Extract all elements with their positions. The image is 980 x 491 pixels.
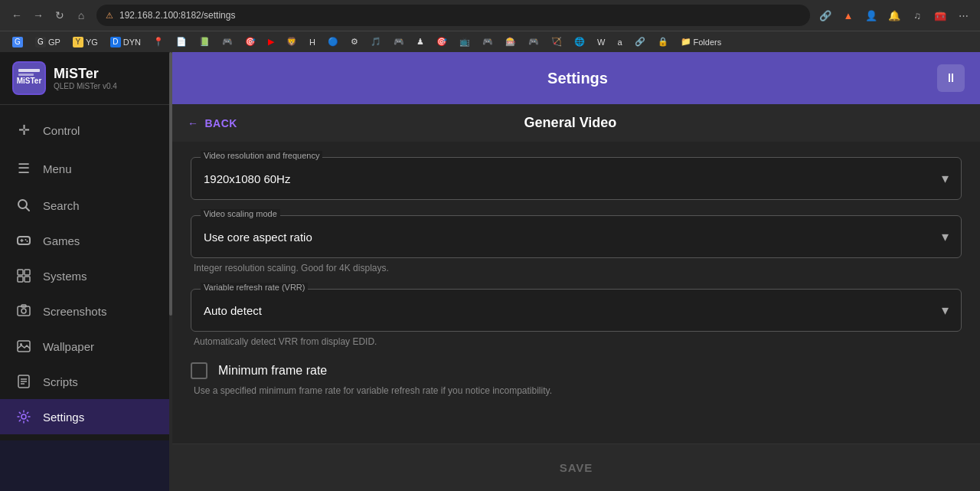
address-text: 192.168.2.100:8182/settings <box>119 10 801 21</box>
sidebar-scrollbar <box>169 52 172 491</box>
logo-text-container: MiSTer QLED MiSTer v0.4 <box>54 66 117 90</box>
bookmark-icon-maps: 📍 <box>153 37 164 47</box>
bookmark-target[interactable]: 🎯 <box>240 35 260 48</box>
bookmarks-bar: G G GP Y YG D DYN 📍 📄 📗 🎮 🎯 ▶ 🦁 H 🔵 ⚙ 🎵 … <box>0 31 980 52</box>
min-frame-rate-group: Minimum frame rate Use a specified minim… <box>191 362 962 396</box>
bookmark-link[interactable]: 🔗 <box>630 35 650 48</box>
sidebar-item-search[interactable]: Search <box>0 188 172 223</box>
search-icon <box>15 198 32 212</box>
sidebar-item-settings[interactable]: Settings <box>0 399 172 434</box>
logo-subtitle: QLED MiSTer v0.4 <box>54 82 117 90</box>
bookmark-icon-red: 🎯 <box>436 37 447 47</box>
bookmark-globe[interactable]: 🌐 <box>570 35 590 48</box>
back-button[interactable]: ← BACK <box>188 117 237 129</box>
systems-icon <box>15 269 32 283</box>
profile-button[interactable]: 👤 <box>862 6 880 25</box>
bookmark-dyn[interactable]: D DYN <box>106 35 145 49</box>
back-arrow-icon: ← <box>188 117 199 129</box>
sidebar-item-games[interactable]: Games <box>0 223 172 258</box>
bookmark-icon-amazon: a <box>617 38 622 47</box>
bookmark-brave2[interactable]: 🦁 <box>282 35 302 48</box>
bookmark-amazon[interactable]: a <box>612 36 626 48</box>
sidebar-item-wallpaper[interactable]: Wallpaper <box>0 329 172 364</box>
bookmark-g[interactable]: G <box>8 35 28 49</box>
save-button[interactable]: SAVE <box>529 455 624 480</box>
bookmark-game5[interactable]: 🏹 <box>547 35 567 48</box>
bookmark-icon-brave2: 🦁 <box>286 37 297 47</box>
bookmark-gear[interactable]: ⚙ <box>346 35 363 48</box>
bookmark-label-dyn: DYN <box>123 38 141 47</box>
min-frame-rate-label: Minimum frame rate <box>218 364 327 378</box>
bookmark-sheets[interactable]: 📗 <box>194 35 214 48</box>
vrr-value[interactable]: Auto detect ▾ <box>191 290 961 331</box>
sidebar-item-control[interactable]: ✛ Control <box>0 111 172 149</box>
bookmark-tv[interactable]: 📺 <box>455 35 475 48</box>
bookmark-icon-sheets: 📗 <box>199 37 210 47</box>
vrr-group: Variable refresh rate (VRR) Auto detect … <box>191 289 962 347</box>
video-scaling-value[interactable]: Use core aspect ratio ▾ <box>191 216 961 257</box>
sidebar-item-menu[interactable]: ☰ Menu <box>0 149 172 188</box>
sidebar-label-games: Games <box>43 234 80 247</box>
bookmark-lock[interactable]: 🔒 <box>653 35 673 48</box>
pause-button[interactable]: ⏸ <box>937 64 965 92</box>
video-scaling-select[interactable]: Video scaling mode Use core aspect ratio… <box>191 215 962 258</box>
vrr-select[interactable]: Variable refresh rate (VRR) Auto detect … <box>191 289 962 332</box>
extension-button[interactable]: 🧰 <box>931 6 949 25</box>
sidebar-label-scripts: Scripts <box>43 375 78 388</box>
main-content: Settings ⏸ ← BACK General Video <box>172 52 980 491</box>
dropdown-arrow-scaling-icon: ▾ <box>942 228 949 245</box>
svg-point-19 <box>20 343 22 345</box>
sidebar-item-systems[interactable]: Systems <box>0 258 172 293</box>
bookmark-youtube[interactable]: ▶ <box>263 35 279 48</box>
browser-actions: 🔗 ▲ 👤 🔔 ♫ 🧰 ⋯ <box>816 6 972 25</box>
home-button[interactable]: ⌂ <box>72 6 90 25</box>
min-frame-rate-checkbox[interactable] <box>191 362 207 379</box>
page-title: General Video <box>237 115 903 131</box>
sidebar-item-screenshots[interactable]: Screenshots <box>0 293 172 329</box>
menu-button[interactable]: ⋯ <box>954 6 972 25</box>
bookmark-docs[interactable]: 📄 <box>172 35 191 48</box>
bookmark-game2[interactable]: 🎮 <box>389 35 409 48</box>
bookmark-h[interactable]: H <box>305 36 320 48</box>
bookmark-icon-gear: ⚙ <box>351 37 358 47</box>
mister-logo-icon: MiSTer <box>12 61 46 95</box>
pause-icon: ⏸ <box>945 71 957 85</box>
bookmark-folders[interactable]: 📁 Folders <box>676 35 727 48</box>
video-resolution-text: 1920x1080 60Hz <box>204 172 290 185</box>
bookmark-icon-dyn: D <box>110 37 121 47</box>
refresh-button[interactable]: ↻ <box>51 6 69 25</box>
sidebar-item-scripts[interactable]: Scripts <box>0 364 172 399</box>
bookmark-music[interactable]: 🎵 <box>366 35 386 48</box>
address-bar[interactable]: ⚠ 192.168.2.100:8182/settings <box>96 5 810 26</box>
video-scaling-text: Use core aspect ratio <box>204 231 312 244</box>
bookmark-gp[interactable]: G GP <box>31 35 65 49</box>
sidebar-label-screenshots: Screenshots <box>43 305 106 318</box>
control-icon: ✛ <box>15 122 32 139</box>
bookmark-chess[interactable]: ♟ <box>412 35 429 48</box>
bookmark-icon-link: 🔗 <box>635 37 645 47</box>
video-resolution-value[interactable]: 1920x1080 60Hz ▾ <box>191 158 961 199</box>
share-button[interactable]: 🔗 <box>816 6 835 25</box>
bookmark-red[interactable]: 🎯 <box>432 35 452 48</box>
bookmark-circle[interactable]: 🔵 <box>323 35 343 48</box>
bookmark-slot[interactable]: 🎰 <box>501 35 521 48</box>
bookmark-game3[interactable]: 🎮 <box>478 35 498 48</box>
bookmark-game1[interactable]: 🎮 <box>217 35 237 48</box>
back-nav-button[interactable]: ← <box>8 6 26 25</box>
music-button[interactable]: ♫ <box>908 6 926 25</box>
svg-point-16 <box>21 309 26 313</box>
video-resolution-select[interactable]: Video resolution and frequency 1920x1080… <box>191 157 962 200</box>
bookmark-maps[interactable]: 📍 <box>149 35 168 48</box>
bookmark-game4[interactable]: 🎮 <box>524 35 544 48</box>
forward-nav-button[interactable]: → <box>29 6 47 25</box>
svg-rect-2 <box>18 69 40 72</box>
svg-line-5 <box>26 208 30 211</box>
menu-icon: ☰ <box>15 160 32 177</box>
bookmark-icon-target: 🎯 <box>245 37 256 47</box>
bookmark-yg[interactable]: Y YG <box>68 35 103 49</box>
notifications-button[interactable]: 🔔 <box>885 6 903 25</box>
brave-icon[interactable]: ▲ <box>839 6 858 25</box>
dropdown-arrow-vrr-icon: ▾ <box>942 302 949 319</box>
settings-content-area: ← BACK General Video Video resolution an… <box>172 104 980 491</box>
bookmark-w[interactable]: W <box>593 36 609 48</box>
